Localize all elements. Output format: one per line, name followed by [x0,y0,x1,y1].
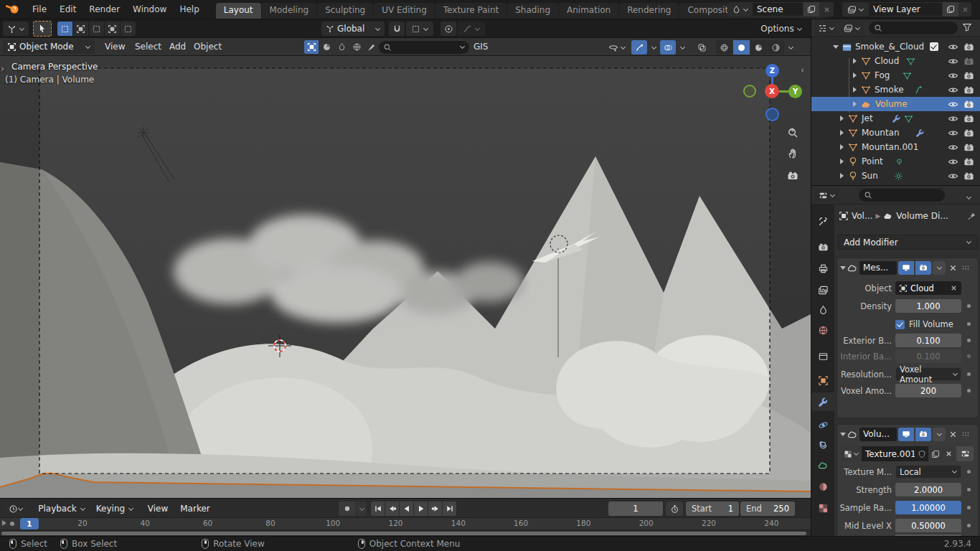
voxel-amount-slider[interactable]: 200 [895,384,961,397]
axis-x-ball[interactable]: X [765,84,779,98]
outliner-row-mountan-001[interactable]: Mountan.001 [811,140,980,154]
new-view-layer-button[interactable] [943,2,958,17]
tab-material[interactable] [811,477,834,496]
texture-mapping-dropdown[interactable]: Local [895,465,961,479]
menu-window[interactable]: Window [126,2,173,17]
camera-view-button[interactable] [783,166,802,185]
tab-world[interactable] [811,321,834,339]
timeline-editor-type-button[interactable] [3,501,29,516]
current-frame-field[interactable]: 1 [608,501,663,516]
item-label[interactable]: Cloud [875,56,899,66]
render-toggle[interactable] [963,42,974,52]
render-toggle[interactable] [963,142,974,153]
fake-user-toggle[interactable] [915,446,928,461]
tool-select-box-active[interactable] [57,22,72,36]
prev-keyframe-button[interactable] [385,501,399,516]
scene-name-field[interactable]: Scene [752,2,804,17]
menu-file[interactable]: File [26,2,53,17]
proportional-falloff-dropdown[interactable] [458,22,485,36]
outliner-row-point[interactable]: Point [811,154,980,169]
playhead[interactable]: 1 [20,518,39,529]
zoom-button[interactable]: + [783,123,802,142]
item-label[interactable]: Mountan.001 [862,142,918,152]
tab-collection[interactable] [811,347,834,365]
hide-toggle[interactable] [948,142,958,153]
render-toggle[interactable] [963,128,974,138]
animate-dot[interactable] [967,372,971,376]
tab-view-layer[interactable] [811,281,834,299]
menu-edit[interactable]: Edit [53,2,83,17]
item-label[interactable]: Jet [862,113,873,123]
tab-constraints[interactable] [811,435,834,454]
disclosure-triangle-icon[interactable] [852,58,857,64]
xray-toggle[interactable] [693,40,710,55]
outliner-row-smoke[interactable]: Smoke [811,83,980,97]
globe-toggle[interactable] [349,40,364,54]
modifier-extras-dropdown[interactable] [933,261,946,275]
overlays-toggle[interactable] [660,40,676,55]
outliner-row-mountan[interactable]: Mountan [811,126,980,140]
breadcrumb-data[interactable]: Volume Di... [896,211,948,221]
gizmo-toggle[interactable] [631,40,647,55]
render-toggle[interactable] [963,70,974,81]
disclosure-triangle-icon[interactable] [839,173,844,179]
outliner-row-collection[interactable]: Smoke_&_Cloud [811,39,980,54]
item-label[interactable]: Mountan [862,128,900,138]
outliner-filter-button[interactable] [962,22,972,32]
render-toggle[interactable] [963,85,974,95]
disclosure-triangle-icon[interactable] [839,116,844,121]
tab-modifiers-active[interactable] [811,392,834,411]
outliner-search-input[interactable] [869,22,958,34]
tab-uv-editing[interactable]: UV Editing [374,3,435,19]
frame-start-field[interactable]: Start1 [686,501,739,516]
active-tool-button[interactable] [33,21,52,37]
render-toggle[interactable] [963,99,974,110]
axis-y-ball[interactable]: Y [788,85,802,98]
modifier-name-field[interactable]: Mes... [859,261,897,275]
tab-animation[interactable]: Animation [559,3,618,19]
outliner-row-volume-selected[interactable]: Volume [811,97,980,111]
modifier-extras-dropdown[interactable] [933,428,946,441]
tool-select-extra[interactable] [121,22,136,36]
hide-toggle[interactable] [948,56,958,67]
jump-to-end-button[interactable] [443,501,456,516]
summary-expand-arrow[interactable] [2,520,6,526]
texture-name-field[interactable]: Texture.001 [862,446,915,461]
hide-toggle[interactable] [948,156,958,167]
keying-set-dropdown[interactable] [357,501,367,516]
timeline-scrollbar[interactable] [0,529,811,536]
disclosure-triangle-icon[interactable] [852,72,857,78]
playback-menu[interactable]: Playback [34,501,89,516]
tab-layout[interactable]: Layout [216,3,261,19]
auto-keying-toggle[interactable] [339,501,356,516]
remove-view-layer-button[interactable] [958,2,971,17]
animate-dot[interactable] [967,506,971,509]
display-render-toggle[interactable] [915,428,931,441]
sphere-toggle[interactable] [319,40,334,54]
tab-texture-paint[interactable]: Texture Paint [435,3,507,19]
snap-toggle-button[interactable] [389,22,405,36]
menu-view[interactable]: View [99,40,131,54]
menu-gis[interactable]: GIS [468,40,494,54]
use-preview-range-toggle[interactable] [666,501,683,516]
item-label[interactable]: Smoke [875,85,904,95]
browse-texture-button[interactable] [840,446,862,461]
unlink-texture-button[interactable] [942,446,955,461]
shading-material[interactable] [750,40,767,55]
interior-band-slider[interactable]: 0.100 [895,349,961,363]
animate-dot[interactable] [967,524,971,527]
droplet-toggle[interactable] [334,40,349,54]
display-realtime-toggle[interactable] [898,428,914,441]
mid-level-x-slider[interactable]: 0.50000 [895,519,961,532]
outliner-row-fog[interactable]: Fog [811,68,980,83]
view-menu[interactable]: View [143,501,172,516]
outliner-editor-type-button[interactable] [814,21,837,35]
disclosure-triangle-icon[interactable] [852,101,857,107]
show-texture-properties-button[interactable] [956,446,974,461]
marker-menu[interactable]: Marker [176,501,214,516]
animate-dot[interactable] [967,304,971,308]
snap-settings-dropdown[interactable] [406,22,433,36]
menu-object[interactable]: Object [188,40,227,54]
density-slider[interactable]: 1.000 [895,299,961,313]
drag-handle[interactable] [961,429,971,440]
